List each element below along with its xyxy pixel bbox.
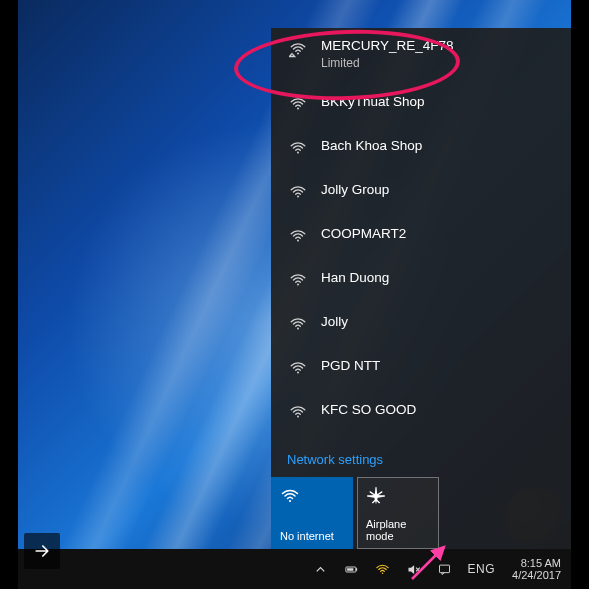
network-item[interactable]: BKKyThuat Shop bbox=[271, 81, 571, 125]
tray-overflow-chevron-icon[interactable] bbox=[306, 549, 335, 589]
network-name: Han Duong bbox=[321, 270, 555, 286]
svg-point-2 bbox=[297, 107, 299, 109]
network-tray-icon[interactable] bbox=[368, 549, 397, 589]
wifi-icon bbox=[289, 403, 307, 421]
network-status: Limited bbox=[321, 56, 555, 70]
network-name: COOPMART2 bbox=[321, 226, 555, 242]
network-name: Jolly bbox=[321, 314, 555, 330]
network-item[interactable]: COOPMART2 bbox=[271, 213, 571, 257]
language-indicator[interactable]: ENG bbox=[461, 549, 503, 589]
network-name: Bach Khoa Shop bbox=[321, 138, 555, 154]
network-item[interactable]: KFC SO GOOD bbox=[271, 389, 571, 433]
wifi-icon bbox=[289, 359, 307, 377]
wifi-icon bbox=[289, 183, 307, 201]
desktop-wallpaper: ! MERCURY_RE_4F78 Limited BKKyThuat Shop bbox=[18, 0, 571, 589]
svg-point-4 bbox=[297, 195, 299, 197]
svg-point-10 bbox=[289, 500, 291, 502]
svg-point-3 bbox=[297, 151, 299, 153]
svg-rect-13 bbox=[347, 568, 353, 571]
svg-rect-15 bbox=[439, 565, 449, 573]
network-name: MERCURY_RE_4F78 bbox=[321, 38, 555, 54]
airplane-icon bbox=[366, 486, 430, 508]
network-item[interactable]: Han Duong bbox=[271, 257, 571, 301]
tile-airplane-mode[interactable]: Airplane mode bbox=[357, 477, 439, 549]
arrow-right-icon bbox=[32, 541, 52, 561]
system-tray: ENG 8:15 AM 4/24/2017 bbox=[306, 549, 569, 589]
wifi-icon bbox=[289, 95, 307, 113]
network-item[interactable]: Bach Khoa Shop bbox=[271, 125, 571, 169]
battery-icon[interactable] bbox=[337, 549, 366, 589]
tile-label: Airplane mode bbox=[366, 518, 430, 542]
wifi-icon bbox=[280, 486, 344, 508]
svg-point-7 bbox=[297, 327, 299, 329]
tile-no-internet[interactable]: No internet bbox=[271, 477, 353, 549]
quick-action-tiles: No internet Airplane mode bbox=[271, 477, 571, 549]
taskbar: ENG 8:15 AM 4/24/2017 bbox=[18, 549, 571, 589]
network-name: KFC SO GOOD bbox=[321, 402, 555, 418]
network-item[interactable]: Jolly Group bbox=[271, 169, 571, 213]
clock[interactable]: 8:15 AM 4/24/2017 bbox=[504, 549, 569, 589]
svg-point-14 bbox=[381, 572, 383, 574]
wifi-icon bbox=[289, 315, 307, 333]
network-flyout: ! MERCURY_RE_4F78 Limited BKKyThuat Shop bbox=[271, 28, 571, 549]
svg-point-6 bbox=[297, 283, 299, 285]
svg-point-8 bbox=[297, 371, 299, 373]
network-item[interactable]: Jolly bbox=[271, 301, 571, 345]
clock-date: 4/24/2017 bbox=[512, 569, 561, 581]
wifi-limited-icon: ! bbox=[289, 40, 307, 58]
action-center-icon[interactable] bbox=[430, 549, 459, 589]
network-name: Jolly Group bbox=[321, 182, 555, 198]
svg-rect-12 bbox=[355, 568, 356, 571]
network-list: ! MERCURY_RE_4F78 Limited BKKyThuat Shop bbox=[271, 28, 571, 444]
network-item[interactable]: PGD NTT bbox=[271, 345, 571, 389]
network-settings-link[interactable]: Network settings bbox=[271, 444, 571, 477]
wifi-icon bbox=[289, 139, 307, 157]
network-name: BKKyThuat Shop bbox=[321, 94, 555, 110]
clock-time: 8:15 AM bbox=[521, 557, 561, 569]
svg-point-0 bbox=[297, 53, 299, 55]
network-name: PGD NTT bbox=[321, 358, 555, 374]
network-item-connected[interactable]: ! MERCURY_RE_4F78 Limited bbox=[271, 28, 571, 81]
svg-point-5 bbox=[297, 239, 299, 241]
tile-label: No internet bbox=[280, 530, 344, 542]
gallery-next-button[interactable] bbox=[24, 533, 60, 569]
wifi-icon bbox=[289, 271, 307, 289]
wifi-icon bbox=[289, 227, 307, 245]
volume-muted-icon[interactable] bbox=[399, 549, 428, 589]
svg-text:!: ! bbox=[291, 53, 292, 57]
svg-point-9 bbox=[297, 415, 299, 417]
